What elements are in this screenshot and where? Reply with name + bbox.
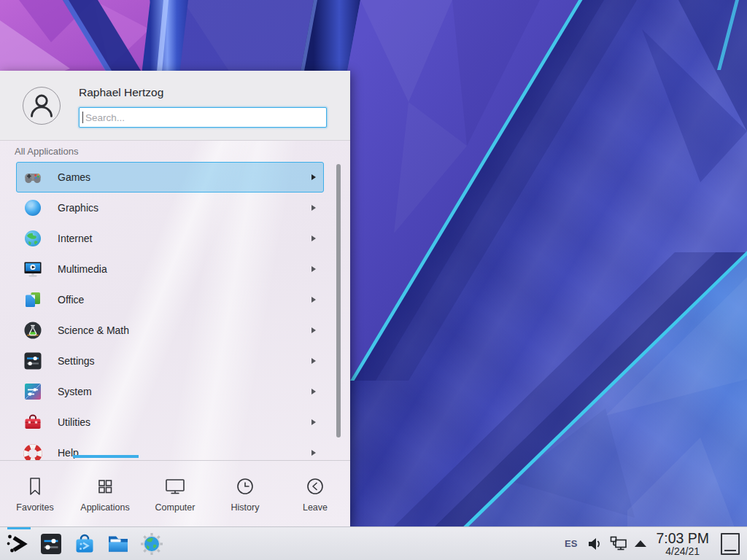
menu-item-utilities[interactable]: Utilities xyxy=(16,407,324,438)
submenu-arrow-icon xyxy=(311,297,316,303)
tab-applications[interactable]: Applications xyxy=(70,461,140,526)
user-name: Raphael Hertzog xyxy=(79,86,163,99)
menu-item-system[interactable]: System xyxy=(16,376,324,407)
menu-item-games[interactable]: Games xyxy=(16,162,324,192)
menu-item-label: Internet xyxy=(58,233,92,244)
launcher-active-indicator xyxy=(7,527,31,529)
submenu-arrow-icon xyxy=(311,358,316,364)
lifebuoy-icon xyxy=(23,443,42,460)
menu-item-office[interactable]: Office xyxy=(16,284,324,315)
menu-item-label: Graphics xyxy=(58,202,98,214)
launcher-tab-bar: Favorites Applications Computer xyxy=(0,460,350,526)
launcher-header: Raphael Hertzog xyxy=(0,71,350,141)
blue-sphere-icon xyxy=(23,198,42,217)
application-launcher-menu: Raphael Hertzog All Applications xyxy=(0,71,350,526)
menu-item-settings[interactable]: Settings xyxy=(16,346,324,376)
menu-item-label: Games xyxy=(58,171,90,183)
kali-menu-icon[interactable] xyxy=(6,532,29,556)
menu-item-label: Settings xyxy=(58,355,95,367)
submenu-arrow-icon xyxy=(311,236,316,241)
menu-item-label: Science & Math xyxy=(58,324,129,336)
sliders-dark-icon xyxy=(23,351,42,370)
digital-clock[interactable]: 7:03 PM 4/24/21 xyxy=(656,531,709,557)
grid-icon xyxy=(94,475,116,497)
volume-icon[interactable] xyxy=(587,536,603,552)
user-avatar-icon xyxy=(23,87,61,125)
sliders-color-icon xyxy=(23,382,42,401)
globe-icon xyxy=(23,229,42,248)
submenu-arrow-icon xyxy=(311,205,316,211)
tab-label: Applications xyxy=(80,502,129,513)
system-tray: ES 7:03 PM 4/24/21 xyxy=(565,531,741,557)
file-manager-icon[interactable] xyxy=(107,532,130,556)
menu-item-internet[interactable]: Internet xyxy=(16,223,324,254)
submenu-arrow-icon xyxy=(311,389,316,394)
show-desktop-button[interactable] xyxy=(721,533,740,555)
tab-label: Favorites xyxy=(16,502,53,513)
documents-icon xyxy=(23,290,42,309)
menu-item-label: System xyxy=(58,386,92,397)
gamepad-icon xyxy=(23,168,42,187)
clock-icon xyxy=(234,475,256,497)
submenu-arrow-icon xyxy=(311,327,316,333)
tab-history[interactable]: History xyxy=(210,461,280,526)
expand-tray-icon[interactable] xyxy=(635,540,646,547)
submenu-arrow-icon xyxy=(311,174,316,180)
menu-item-label: Utilities xyxy=(58,416,90,428)
menu-item-multimedia[interactable]: Multimedia xyxy=(16,254,324,284)
tab-label: History xyxy=(231,502,260,513)
active-tab-indicator xyxy=(73,455,139,458)
clock-time: 7:03 PM xyxy=(656,531,709,546)
web-browser-icon[interactable] xyxy=(140,532,163,556)
submenu-arrow-icon xyxy=(311,419,316,425)
bookmark-icon xyxy=(24,475,46,497)
list-scrollbar[interactable] xyxy=(336,164,341,438)
section-label: All Applications xyxy=(15,146,78,157)
menu-item-graphics[interactable]: Graphics xyxy=(16,192,324,223)
network-icon[interactable] xyxy=(610,536,627,552)
search-input[interactable] xyxy=(79,107,327,128)
text-cursor xyxy=(82,112,83,123)
taskbar-panel: ES 7:03 PM 4/24/21 xyxy=(0,526,747,560)
tab-label: Leave xyxy=(303,502,328,513)
menu-item-help[interactable]: Help xyxy=(16,438,324,460)
discover-store-icon[interactable] xyxy=(73,532,96,556)
submenu-arrow-icon xyxy=(311,450,316,456)
application-category-list: All Applications Games xyxy=(0,141,350,460)
toolbox-icon xyxy=(23,413,42,432)
tab-favorites[interactable]: Favorites xyxy=(0,461,70,526)
clock-date: 4/24/21 xyxy=(665,546,700,557)
system-settings-icon[interactable] xyxy=(39,532,63,556)
flask-icon xyxy=(23,321,42,340)
tab-leave[interactable]: Leave xyxy=(280,461,350,526)
menu-item-science-math[interactable]: Science & Math xyxy=(16,315,324,346)
tab-computer[interactable]: Computer xyxy=(140,461,210,526)
menu-item-label: Multimedia xyxy=(58,263,107,275)
monitor-icon xyxy=(164,475,186,497)
desktop: Raphael Hertzog All Applications xyxy=(0,0,747,560)
keyboard-layout-indicator[interactable]: ES xyxy=(565,538,577,549)
media-monitor-icon xyxy=(23,260,42,279)
submenu-arrow-icon xyxy=(311,266,316,272)
tab-label: Computer xyxy=(155,502,196,513)
leave-icon xyxy=(304,475,326,497)
menu-item-label: Office xyxy=(58,294,84,306)
